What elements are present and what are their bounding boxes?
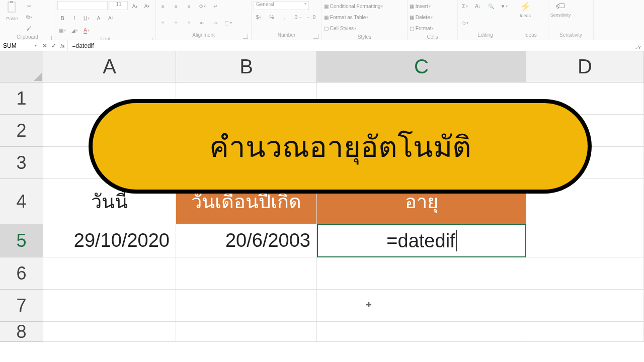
launcher-icon[interactable] bbox=[47, 36, 52, 40]
column-header-C[interactable]: C bbox=[317, 51, 526, 82]
font-family-dropdown[interactable] bbox=[57, 1, 108, 10]
format-cells-button[interactable]: ▢ Format▾ bbox=[410, 23, 434, 33]
spreadsheet-grid: A B C D 1 2 3 4 วันนี้ วันเดือนปีเกิด อา… bbox=[0, 51, 644, 342]
paste-label: Paste bbox=[6, 16, 18, 21]
super-button[interactable]: A² bbox=[106, 13, 116, 23]
column-header-B[interactable]: B bbox=[176, 51, 317, 82]
cancel-formula-button[interactable]: ✕ bbox=[42, 42, 47, 49]
number-format-dropdown[interactable]: General ▾ bbox=[254, 1, 309, 10]
copy-icon: ⧉ bbox=[26, 14, 30, 20]
formula-bar: SUM ▾ ✕ ✓ fx =datedif ⌄ bbox=[0, 40, 644, 51]
row-header-8[interactable]: 8 bbox=[0, 322, 43, 342]
cell-D7[interactable] bbox=[526, 290, 644, 322]
grow-font-button[interactable]: A▴ bbox=[130, 1, 140, 11]
clear-button[interactable]: ◇▾ bbox=[460, 18, 470, 28]
scissors-icon: ✂ bbox=[27, 4, 31, 9]
autosum-button[interactable]: Σ▾ bbox=[460, 1, 470, 11]
align-left-button[interactable]: ≡ bbox=[158, 18, 168, 28]
collapse-ribbon-button[interactable]: ︿ bbox=[635, 43, 641, 52]
cut-button[interactable]: ✂ bbox=[24, 1, 34, 11]
fill-button[interactable]: ▼▾ bbox=[499, 1, 509, 11]
launcher-icon[interactable] bbox=[313, 34, 318, 39]
cell-D5[interactable] bbox=[526, 224, 644, 257]
cell-C5[interactable]: =datedif bbox=[317, 224, 526, 257]
italic-button[interactable]: I bbox=[69, 13, 79, 23]
cell-C7[interactable] bbox=[317, 290, 526, 322]
insert-function-button[interactable]: fx bbox=[60, 43, 65, 49]
cell-styles-button[interactable]: ▢ Cell Styles▾ bbox=[324, 23, 356, 33]
strike-button[interactable]: A bbox=[94, 13, 104, 23]
cell-B5[interactable]: 20/6/2003 bbox=[176, 224, 317, 257]
decrease-decimal-button[interactable]: ←.0 bbox=[306, 12, 316, 22]
cell-C6[interactable] bbox=[317, 257, 526, 290]
borders-button[interactable]: ▦▾ bbox=[57, 25, 67, 35]
comma-button[interactable]: , bbox=[280, 12, 290, 22]
row-header-3[interactable]: 3 bbox=[0, 147, 43, 179]
underline-button[interactable]: U▾ bbox=[82, 13, 92, 23]
align-top-button[interactable]: ≡ bbox=[158, 1, 168, 11]
cell-A5[interactable]: 29/10/2020 bbox=[43, 224, 176, 257]
increase-decimal-button[interactable]: .0→ bbox=[293, 12, 303, 22]
format-as-table-button[interactable]: ▦ Format as Table▾ bbox=[324, 12, 368, 22]
cell-D8[interactable] bbox=[526, 322, 644, 342]
name-box[interactable]: SUM ▾ bbox=[0, 40, 40, 51]
copy-button[interactable]: ⧉▾ bbox=[24, 12, 34, 22]
cell-icon: ▢ bbox=[324, 26, 329, 31]
lightning-icon: ⚡ bbox=[520, 1, 531, 12]
group-sensitivity-label: Sensitivity bbox=[559, 32, 582, 38]
title-callout-shape[interactable]: คำนวณอายุอัตโนมัติ bbox=[89, 99, 592, 194]
launcher-icon[interactable] bbox=[243, 34, 248, 39]
conditional-formatting-button[interactable]: ▦ Conditional Formatting▾ bbox=[324, 1, 383, 11]
row-header-6[interactable]: 6 bbox=[0, 257, 43, 290]
paste-button[interactable]: Paste bbox=[2, 1, 22, 25]
cell-A8[interactable] bbox=[43, 322, 176, 342]
cell-B6[interactable] bbox=[176, 257, 317, 290]
cell-B8[interactable] bbox=[176, 322, 317, 342]
cell-D6[interactable] bbox=[526, 257, 644, 290]
font-color-button[interactable]: A▾ bbox=[82, 25, 92, 35]
sort-button[interactable]: A↓ bbox=[473, 1, 483, 11]
cell-B7[interactable] bbox=[176, 290, 317, 322]
row-header-4[interactable]: 4 bbox=[0, 179, 43, 224]
format-painter-button[interactable]: 🖌 bbox=[24, 23, 34, 33]
find-button[interactable]: 🔍 bbox=[486, 1, 496, 11]
wrap-text-button[interactable]: ↵ bbox=[210, 1, 220, 11]
clipboard-icon bbox=[6, 1, 18, 15]
align-right-button[interactable]: ≡ bbox=[184, 18, 194, 28]
row-header-2[interactable]: 2 bbox=[0, 115, 43, 147]
confirm-formula-button[interactable]: ✓ bbox=[51, 42, 56, 49]
select-all-triangle[interactable] bbox=[0, 51, 43, 82]
indent-decrease-button[interactable]: ⇤ bbox=[197, 18, 207, 28]
align-bottom-button[interactable]: ≡ bbox=[184, 1, 194, 11]
bold-button[interactable]: B bbox=[57, 13, 67, 23]
ideas-button[interactable]: ⚡Ideas bbox=[515, 1, 535, 25]
shrink-font-button[interactable]: A▾ bbox=[142, 1, 152, 11]
align-center-button[interactable]: ≡ bbox=[171, 18, 181, 28]
formula-input[interactable]: =datedif bbox=[67, 40, 635, 51]
row-header-5[interactable]: 5 bbox=[0, 224, 43, 257]
fill-icon: ▼ bbox=[501, 4, 506, 9]
insert-cells-button[interactable]: ▦ Insert▾ bbox=[410, 1, 431, 11]
cell-A6[interactable] bbox=[43, 257, 176, 290]
currency-button[interactable]: $▾ bbox=[254, 12, 264, 22]
percent-button[interactable]: % bbox=[267, 12, 277, 22]
callout-text: คำนวณอายุอัตโนมัติ bbox=[209, 123, 471, 170]
cell-C8[interactable] bbox=[317, 322, 526, 342]
fill-color-button[interactable]: ◢▾ bbox=[69, 25, 79, 35]
group-styles-label: Styles bbox=[358, 34, 371, 40]
merge-button[interactable]: ⬚▾ bbox=[223, 18, 233, 28]
align-middle-button[interactable]: ≡ bbox=[171, 1, 181, 11]
indent-increase-button[interactable]: ⇥ bbox=[210, 18, 220, 28]
cell-C5-editing: =datedif bbox=[386, 230, 455, 252]
check-icon: ✓ bbox=[51, 42, 56, 49]
sensitivity-button[interactable]: 🏷Sensitivity bbox=[550, 1, 571, 25]
column-header-D[interactable]: D bbox=[526, 51, 644, 82]
launcher-icon[interactable] bbox=[147, 38, 152, 40]
column-header-A[interactable]: A bbox=[43, 51, 176, 82]
row-header-7[interactable]: 7 bbox=[0, 290, 43, 322]
font-size-dropdown[interactable]: 11 bbox=[110, 1, 128, 10]
delete-cells-button[interactable]: ▦ Delete▾ bbox=[410, 12, 433, 22]
row-header-1[interactable]: 1 bbox=[0, 82, 43, 115]
orientation-button[interactable]: ⟳▾ bbox=[197, 1, 207, 11]
cell-A7[interactable] bbox=[43, 290, 176, 322]
